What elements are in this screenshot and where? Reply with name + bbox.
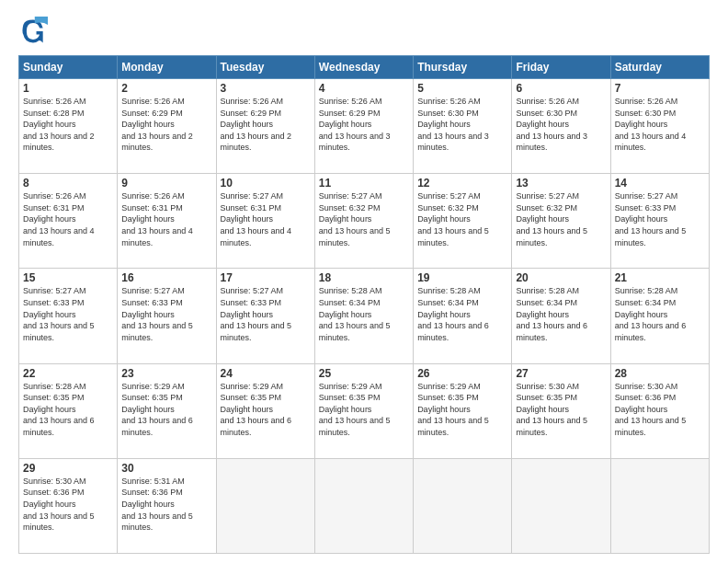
- table-row: 5 Sunrise: 5:26 AM Sunset: 6:30 PM Dayli…: [414, 79, 512, 174]
- table-row: 22 Sunrise: 5:28 AM Sunset: 6:35 PM Dayl…: [19, 363, 118, 458]
- table-row: 6 Sunrise: 5:26 AM Sunset: 6:30 PM Dayli…: [512, 79, 610, 174]
- table-row: 1 Sunrise: 5:26 AM Sunset: 6:28 PM Dayli…: [19, 79, 118, 174]
- day-info: Sunrise: 5:26 AM Sunset: 6:31 PM Dayligh…: [23, 190, 113, 248]
- table-row: 15 Sunrise: 5:27 AM Sunset: 6:33 PM Dayl…: [19, 269, 118, 363]
- header-tuesday: Tuesday: [216, 56, 314, 79]
- calendar-body: 1 Sunrise: 5:26 AM Sunset: 6:28 PM Dayli…: [19, 79, 710, 554]
- table-row: 14 Sunrise: 5:27 AM Sunset: 6:33 PM Dayl…: [610, 174, 709, 269]
- logo: [18, 17, 53, 46]
- day-number: 4: [319, 82, 409, 95]
- day-info: Sunrise: 5:28 AM Sunset: 6:34 PM Dayligh…: [319, 285, 409, 343]
- day-number: 17: [221, 271, 311, 284]
- day-number: 14: [615, 177, 705, 190]
- day-info: Sunrise: 5:26 AM Sunset: 6:28 PM Dayligh…: [23, 96, 113, 154]
- day-number: 3: [221, 82, 311, 95]
- header-thursday: Thursday: [414, 56, 512, 79]
- empty-cell: [610, 458, 709, 553]
- table-row: 13 Sunrise: 5:27 AM Sunset: 6:32 PM Dayl…: [512, 174, 610, 269]
- table-row: 9 Sunrise: 5:26 AM Sunset: 6:31 PM Dayli…: [118, 174, 216, 269]
- day-number: 24: [221, 367, 311, 380]
- table-row: 2 Sunrise: 5:26 AM Sunset: 6:29 PM Dayli…: [118, 79, 216, 174]
- day-info: Sunrise: 5:27 AM Sunset: 6:32 PM Dayligh…: [516, 190, 606, 248]
- day-number: 1: [23, 82, 113, 95]
- day-number: 11: [319, 177, 409, 190]
- day-info: Sunrise: 5:26 AM Sunset: 6:30 PM Dayligh…: [516, 96, 606, 154]
- table-row: 29 Sunrise: 5:30 AM Sunset: 6:36 PM Dayl…: [19, 458, 118, 553]
- day-number: 22: [23, 367, 113, 380]
- table-row: 30 Sunrise: 5:31 AM Sunset: 6:36 PM Dayl…: [118, 458, 216, 553]
- day-number: 15: [23, 271, 113, 284]
- table-row: 18 Sunrise: 5:28 AM Sunset: 6:34 PM Dayl…: [314, 269, 413, 363]
- empty-cell: [216, 458, 314, 553]
- day-info: Sunrise: 5:30 AM Sunset: 6:35 PM Dayligh…: [516, 381, 606, 439]
- page: Sunday Monday Tuesday Wednesday Thursday…: [0, 0, 728, 563]
- table-row: 27 Sunrise: 5:30 AM Sunset: 6:35 PM Dayl…: [512, 363, 610, 458]
- day-number: 13: [516, 177, 606, 190]
- day-info: Sunrise: 5:28 AM Sunset: 6:34 PM Dayligh…: [417, 285, 507, 343]
- table-row: 3 Sunrise: 5:26 AM Sunset: 6:29 PM Dayli…: [216, 79, 314, 174]
- day-info: Sunrise: 5:27 AM Sunset: 6:33 PM Dayligh…: [221, 285, 311, 343]
- day-info: Sunrise: 5:28 AM Sunset: 6:34 PM Dayligh…: [615, 285, 705, 343]
- day-number: 12: [417, 177, 507, 190]
- day-number: 28: [615, 367, 705, 380]
- day-info: Sunrise: 5:27 AM Sunset: 6:33 PM Dayligh…: [121, 285, 211, 343]
- day-number: 7: [615, 82, 705, 95]
- day-info: Sunrise: 5:27 AM Sunset: 6:32 PM Dayligh…: [319, 190, 409, 248]
- day-info: Sunrise: 5:26 AM Sunset: 6:31 PM Dayligh…: [121, 190, 211, 248]
- day-info: Sunrise: 5:30 AM Sunset: 6:36 PM Dayligh…: [23, 476, 113, 534]
- table-row: 21 Sunrise: 5:28 AM Sunset: 6:34 PM Dayl…: [610, 269, 709, 363]
- header-saturday: Saturday: [610, 56, 709, 79]
- header-wednesday: Wednesday: [314, 56, 413, 79]
- header-friday: Friday: [512, 56, 610, 79]
- table-row: 19 Sunrise: 5:28 AM Sunset: 6:34 PM Dayl…: [414, 269, 512, 363]
- table-row: 16 Sunrise: 5:27 AM Sunset: 6:33 PM Dayl…: [118, 269, 216, 363]
- day-info: Sunrise: 5:26 AM Sunset: 6:29 PM Dayligh…: [319, 96, 409, 154]
- day-info: Sunrise: 5:30 AM Sunset: 6:36 PM Dayligh…: [615, 381, 705, 439]
- calendar-table: Sunday Monday Tuesday Wednesday Thursday…: [18, 55, 710, 554]
- header-sunday: Sunday: [19, 56, 118, 79]
- day-number: 18: [319, 271, 409, 284]
- table-row: 24 Sunrise: 5:29 AM Sunset: 6:35 PM Dayl…: [216, 363, 314, 458]
- day-number: 2: [121, 82, 211, 95]
- day-info: Sunrise: 5:26 AM Sunset: 6:29 PM Dayligh…: [221, 96, 311, 154]
- day-number: 10: [221, 177, 311, 190]
- day-number: 16: [121, 271, 211, 284]
- table-row: 20 Sunrise: 5:28 AM Sunset: 6:34 PM Dayl…: [512, 269, 610, 363]
- day-info: Sunrise: 5:26 AM Sunset: 6:29 PM Dayligh…: [121, 96, 211, 154]
- empty-cell: [314, 458, 413, 553]
- day-info: Sunrise: 5:31 AM Sunset: 6:36 PM Dayligh…: [121, 476, 211, 534]
- table-row: 7 Sunrise: 5:26 AM Sunset: 6:30 PM Dayli…: [610, 79, 709, 174]
- day-info: Sunrise: 5:27 AM Sunset: 6:33 PM Dayligh…: [615, 190, 705, 248]
- day-number: 25: [319, 367, 409, 380]
- day-info: Sunrise: 5:27 AM Sunset: 6:32 PM Dayligh…: [417, 190, 507, 248]
- day-info: Sunrise: 5:29 AM Sunset: 6:35 PM Dayligh…: [221, 381, 311, 439]
- day-info: Sunrise: 5:27 AM Sunset: 6:33 PM Dayligh…: [23, 285, 113, 343]
- day-info: Sunrise: 5:27 AM Sunset: 6:31 PM Dayligh…: [221, 190, 311, 248]
- header: [18, 17, 710, 46]
- table-row: 11 Sunrise: 5:27 AM Sunset: 6:32 PM Dayl…: [314, 174, 413, 269]
- table-row: 10 Sunrise: 5:27 AM Sunset: 6:31 PM Dayl…: [216, 174, 314, 269]
- day-number: 27: [516, 367, 606, 380]
- day-number: 23: [121, 367, 211, 380]
- day-number: 30: [121, 462, 211, 475]
- day-info: Sunrise: 5:28 AM Sunset: 6:35 PM Dayligh…: [23, 381, 113, 439]
- empty-cell: [512, 458, 610, 553]
- day-number: 29: [23, 462, 113, 475]
- weekday-header-row: Sunday Monday Tuesday Wednesday Thursday…: [19, 56, 710, 79]
- day-number: 19: [417, 271, 507, 284]
- table-row: 23 Sunrise: 5:29 AM Sunset: 6:35 PM Dayl…: [118, 363, 216, 458]
- day-number: 26: [417, 367, 507, 380]
- day-info: Sunrise: 5:29 AM Sunset: 6:35 PM Dayligh…: [319, 381, 409, 439]
- table-row: 12 Sunrise: 5:27 AM Sunset: 6:32 PM Dayl…: [414, 174, 512, 269]
- day-number: 21: [615, 271, 705, 284]
- day-number: 20: [516, 271, 606, 284]
- header-monday: Monday: [118, 56, 216, 79]
- table-row: 4 Sunrise: 5:26 AM Sunset: 6:29 PM Dayli…: [314, 79, 413, 174]
- day-number: 9: [121, 177, 211, 190]
- table-row: 26 Sunrise: 5:29 AM Sunset: 6:35 PM Dayl…: [414, 363, 512, 458]
- empty-cell: [414, 458, 512, 553]
- table-row: 8 Sunrise: 5:26 AM Sunset: 6:31 PM Dayli…: [19, 174, 118, 269]
- table-row: 28 Sunrise: 5:30 AM Sunset: 6:36 PM Dayl…: [610, 363, 709, 458]
- day-number: 5: [417, 82, 507, 95]
- day-number: 6: [516, 82, 606, 95]
